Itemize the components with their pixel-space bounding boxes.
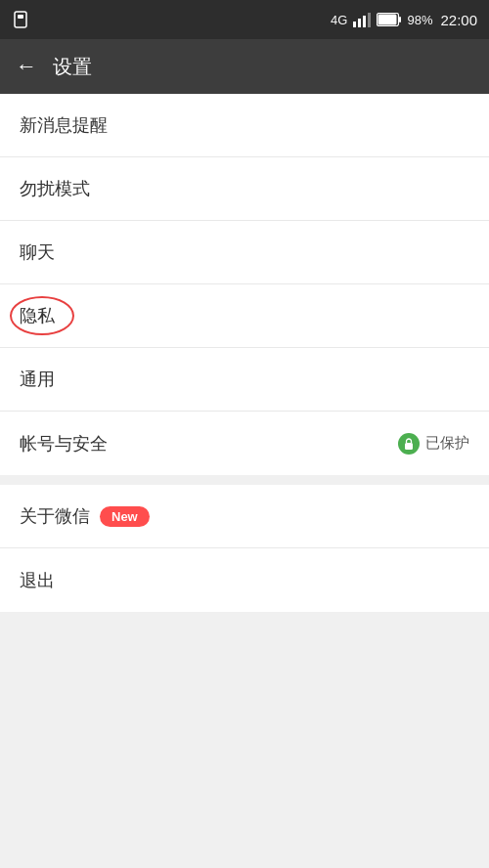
status-bar: 4G 98% 22:00 [0,0,489,39]
signal-icon [352,12,372,27]
battery-percent: 98% [407,13,432,27]
nav-bar: ← 设置 [0,39,489,94]
new-badge: New [100,506,150,527]
settings-item-chat[interactable]: 聊天 [0,221,489,284]
settings-item-about[interactable]: 关于微信 New [0,485,489,548]
general-label: 通用 [20,368,55,391]
logout-label: 退出 [20,569,55,592]
back-button[interactable]: ← [16,54,37,79]
battery-icon [377,13,402,26]
svg-rect-5 [368,13,371,27]
protected-text: 已保护 [425,434,469,453]
chat-label: 聊天 [20,240,55,264]
new-message-label: 新消息提醒 [20,113,108,137]
status-bar-left [12,11,29,28]
svg-rect-9 [405,443,413,450]
account-label: 帐号与安全 [20,432,108,456]
settings-item-new-message[interactable]: 新消息提醒 [0,94,489,157]
4g-label: 4G [331,13,347,27]
page-title: 设置 [53,54,92,80]
svg-rect-4 [363,16,366,27]
svg-rect-0 [15,12,26,27]
dnd-label: 勿扰模式 [20,177,90,200]
settings-item-logout[interactable]: 退出 [0,548,489,612]
about-label: 关于微信 [20,504,90,528]
svg-rect-7 [399,17,401,22]
settings-group-1: 新消息提醒 勿扰模式 聊天 隐私 通用 帐号与安全 已 [0,94,489,475]
time-display: 22:00 [440,12,477,28]
svg-rect-3 [358,19,361,27]
svg-rect-2 [353,22,356,27]
settings-item-account[interactable]: 帐号与安全 已保护 [0,412,489,475]
settings-content: 新消息提醒 勿扰模式 聊天 隐私 通用 帐号与安全 已 [0,94,489,868]
settings-item-dnd[interactable]: 勿扰模式 [0,157,489,221]
settings-group-2: 关于微信 New 退出 [0,485,489,612]
svg-rect-1 [18,15,23,19]
svg-rect-8 [378,15,397,25]
account-right: 已保护 [398,433,469,455]
sim-icon [12,11,29,28]
status-bar-right: 4G 98% 22:00 [331,12,477,28]
about-left: 关于微信 New [20,504,150,528]
lock-icon [403,437,415,450]
privacy-label: 隐私 [20,304,55,327]
protected-icon [398,433,420,455]
settings-item-privacy[interactable]: 隐私 [0,284,489,348]
settings-item-general[interactable]: 通用 [0,348,489,412]
